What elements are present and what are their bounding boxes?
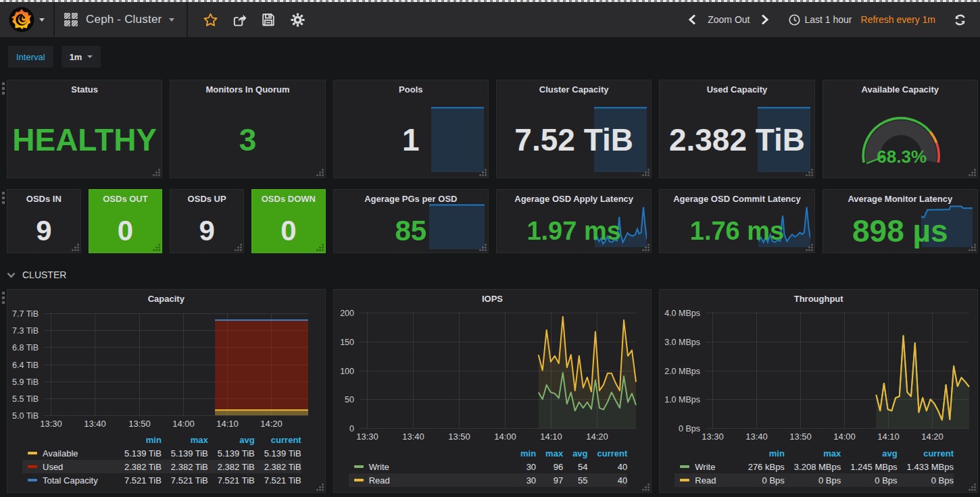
svg-text:13:50: 13:50: [448, 431, 470, 442]
panel-title[interactable]: Cluster Capacity: [497, 84, 651, 95]
resize-grip-icon[interactable]: [235, 244, 242, 251]
save-dashboard-button[interactable]: [260, 11, 276, 28]
legend-header-current[interactable]: current: [588, 446, 628, 460]
zoom-out-button[interactable]: Zoom Out: [708, 14, 750, 25]
panel-monitors-in-quorum: Monitors In Quorum 3: [170, 80, 325, 178]
time-shift-back-button[interactable]: [685, 12, 700, 27]
resize-grip-icon[interactable]: [642, 244, 650, 251]
legend-series-color[interactable]: [680, 479, 689, 481]
panel-title[interactable]: Agerage OSD Apply Latency: [497, 194, 651, 204]
legend-series-color[interactable]: [354, 465, 364, 468]
template-variables-bar: Interval 1m: [8, 46, 980, 68]
legend-series-name[interactable]: Write: [695, 462, 715, 472]
legend-header-min[interactable]: min: [739, 446, 785, 460]
resize-grip-icon[interactable]: [153, 244, 160, 251]
resize-grip-icon[interactable]: [316, 244, 324, 251]
panel-title[interactable]: OSDs OUT: [89, 194, 162, 204]
grafana-menu-button[interactable]: [0, 2, 55, 37]
star-dashboard-button[interactable]: [202, 11, 218, 28]
panel-title[interactable]: Monitors In Quorum: [170, 84, 324, 95]
legend-header-avg[interactable]: avg: [563, 446, 587, 460]
legend-header-avg[interactable]: avg: [208, 433, 255, 446]
resize-grip-icon[interactable]: [316, 169, 324, 176]
refresh-interval-button[interactable]: Refresh every 1m: [861, 14, 935, 25]
legend-header-min[interactable]: min: [115, 433, 162, 446]
variable-interval-label[interactable]: Interval: [8, 46, 53, 68]
legend-header-max[interactable]: max: [785, 446, 841, 460]
time-range-picker[interactable]: Last 1 hour: [789, 14, 852, 26]
legend-series-color[interactable]: [28, 465, 37, 468]
legend-header-current[interactable]: current: [255, 433, 301, 446]
legend-header-current[interactable]: current: [898, 446, 954, 460]
resize-grip-icon[interactable]: [806, 244, 813, 251]
row-toggle-cluster[interactable]: CLUSTER: [7, 265, 66, 284]
svg-text:200: 200: [340, 309, 354, 318]
legend-series-name[interactable]: Available: [43, 448, 78, 459]
panel-title[interactable]: OSDs IN: [7, 194, 80, 204]
svg-text:14:10: 14:10: [878, 431, 900, 442]
resize-grip-icon[interactable]: [479, 169, 487, 176]
panel-title[interactable]: OSDs DOWN: [252, 194, 325, 204]
svg-text:6.4 TiB: 6.4 TiB: [12, 361, 39, 370]
resize-grip-icon[interactable]: [72, 244, 79, 251]
panel-title[interactable]: Used Capacity: [660, 84, 814, 95]
panel-title[interactable]: Agerage OSD Commit Latency: [660, 194, 814, 204]
svg-text:100: 100: [340, 367, 354, 376]
svg-text:150: 150: [340, 338, 354, 347]
svg-text:14:20: 14:20: [586, 431, 608, 442]
panel-osds-up: OSDs UP 9: [170, 189, 244, 253]
panel-title[interactable]: Status: [7, 84, 162, 95]
legend-series-name[interactable]: Read: [695, 475, 716, 486]
resize-grip-icon[interactable]: [642, 483, 650, 491]
panel-title[interactable]: Agerage PGs per OSD: [334, 194, 488, 204]
svg-text:0: 0: [349, 424, 354, 434]
legend-header-avg[interactable]: avg: [841, 446, 897, 460]
panel-pools: Pools 1: [333, 80, 489, 178]
legend-header-max[interactable]: max: [536, 446, 563, 460]
resize-grip-icon[interactable]: [969, 483, 976, 491]
time-shift-forward-button[interactable]: [758, 12, 773, 27]
variable-interval-value-dropdown[interactable]: 1m: [62, 46, 101, 68]
resize-grip-icon[interactable]: [479, 244, 487, 251]
resize-grip-icon[interactable]: [316, 483, 324, 491]
legend-value: 40: [588, 473, 628, 487]
legend-series-color[interactable]: [28, 479, 37, 481]
settings-button[interactable]: [289, 11, 305, 28]
legend-header-max[interactable]: max: [162, 433, 208, 446]
panel-osds-in: OSDs IN 9: [7, 189, 81, 253]
legend-series-name[interactable]: Used: [43, 462, 63, 472]
resize-grip-icon[interactable]: [806, 169, 813, 176]
svg-text:14:10: 14:10: [216, 419, 239, 429]
stat-value-monitor-latency: 898 µs: [823, 215, 977, 246]
legend-series-color[interactable]: [28, 452, 37, 454]
stats-row-2: OSDs IN 9 OSDs OUT 0 OSDs UP 9 OSDs DOWN…: [7, 189, 978, 253]
svg-text:13:50: 13:50: [128, 419, 151, 429]
legend-series-name[interactable]: Write: [369, 462, 389, 472]
legend-series-name[interactable]: Total Capacity: [43, 475, 98, 486]
dashboard-picker[interactable]: Ceph - Cluster: [55, 2, 188, 37]
legend-series-color[interactable]: [354, 479, 364, 481]
resize-grip-icon[interactable]: [642, 169, 650, 176]
row-drag-handle[interactable]: [1, 292, 6, 306]
resize-grip-icon[interactable]: [969, 169, 976, 176]
panel-cluster-capacity: Cluster Capacity 7.52 TiB: [496, 80, 652, 178]
navbar-actions: [188, 2, 305, 37]
refresh-now-button[interactable]: [954, 14, 966, 26]
legend-row-available: Available5.139 TiB5.139 TiB5.139 TiB5.13…: [22, 446, 301, 460]
svg-text:14:00: 14:00: [494, 431, 516, 442]
legend-header-min[interactable]: min: [511, 446, 536, 460]
panel-average-pgs-per-osd: Agerage PGs per OSD 85: [333, 189, 489, 253]
panel-title[interactable]: Average Monitor Latency: [823, 194, 977, 204]
share-dashboard-button[interactable]: [231, 11, 247, 28]
panel-title[interactable]: Pools: [334, 84, 488, 95]
stat-value-osds-out: 0: [89, 217, 162, 245]
legend-value: 276 kBps: [739, 460, 785, 473]
resize-grip-icon[interactable]: [969, 244, 976, 251]
resize-grip-icon[interactable]: [153, 169, 160, 176]
legend-series-name[interactable]: Read: [369, 475, 390, 486]
row-drag-handle[interactable]: [1, 192, 6, 206]
panel-title[interactable]: OSDs UP: [170, 194, 243, 204]
panel-used-capacity: Used Capacity 2.382 TiB: [659, 80, 814, 178]
legend-series-color[interactable]: [680, 465, 689, 468]
row-drag-handle[interactable]: [1, 82, 6, 97]
